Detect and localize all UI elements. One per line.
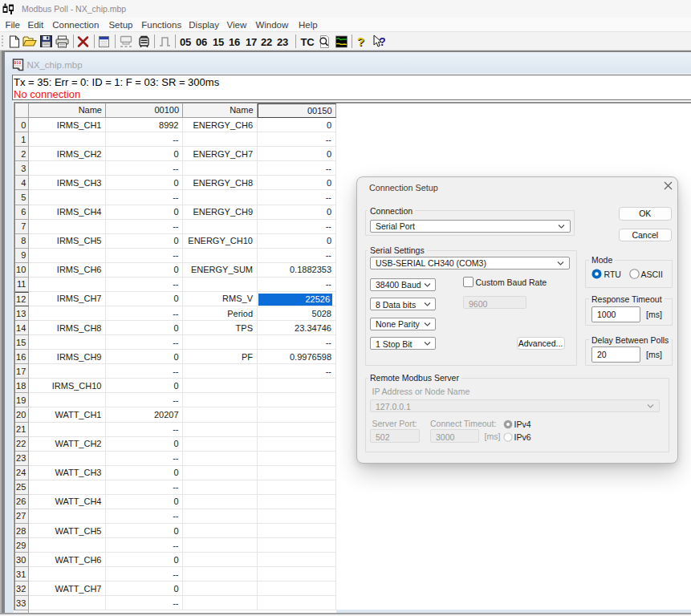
svg-text:010: 010	[14, 61, 21, 66]
svg-text:?: ?	[379, 35, 385, 48]
